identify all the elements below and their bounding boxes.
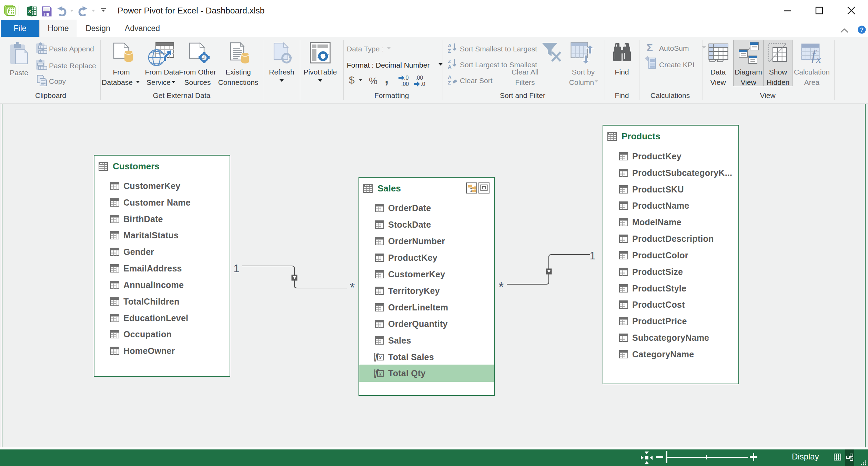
svg-text:Z: Z [448,48,451,54]
svg-text:.0: .0 [404,75,408,81]
svg-text:A: A [448,75,452,80]
svg-text:x: x [816,53,821,65]
svg-text:Z: Z [448,80,451,86]
svg-text:.00: .00 [415,75,423,81]
svg-text:X: X [28,8,31,14]
svg-text:.0: .0 [421,81,425,87]
svg-text:A: A [448,64,452,70]
svg-text:A: A [448,43,452,48]
svg-text:Z: Z [448,59,451,64]
svg-text:.00: .00 [401,81,409,87]
svg-text:?: ? [860,27,864,33]
